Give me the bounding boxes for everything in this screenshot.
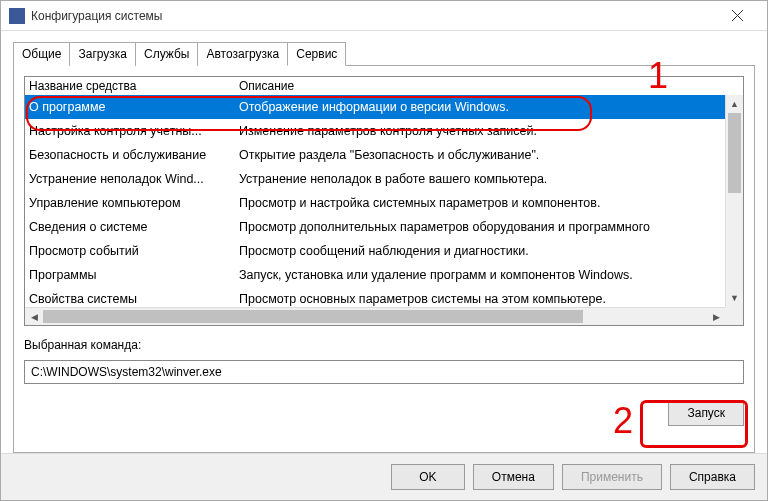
list-row[interactable]: Безопасность и обслуживаниеОткрытие разд…	[25, 143, 725, 167]
tab-tools[interactable]: Сервис	[287, 42, 346, 66]
cell-desc: Устранение неполадок в работе вашего ком…	[239, 169, 721, 189]
tools-listbox: Название средства Описание О программеОт…	[24, 76, 744, 326]
window-title: Конфигурация системы	[31, 9, 715, 23]
list-row[interactable]: Свойства системыПросмотр основных параме…	[25, 287, 725, 307]
scroll-track[interactable]	[726, 113, 743, 289]
cell-name: Безопасность и обслуживание	[29, 145, 239, 165]
launch-row: Запуск	[24, 400, 744, 426]
command-field[interactable]: C:\WINDOWS\system32\winver.exe	[24, 360, 744, 384]
hscroll-right-button[interactable]: ▶	[707, 308, 725, 325]
cell-desc: Просмотр сообщений наблюдения и диагност…	[239, 241, 721, 261]
cell-desc: Открытие раздела "Безопасность и обслужи…	[239, 145, 721, 165]
scroll-up-button[interactable]: ▲	[726, 95, 743, 113]
command-label: Выбранная команда:	[24, 338, 744, 352]
close-button[interactable]	[715, 2, 759, 30]
msconfig-window: Конфигурация системы Общие Загрузка Служ…	[0, 0, 768, 501]
cell-name: Настройка контроля учетны...	[29, 121, 239, 141]
cancel-button[interactable]: Отмена	[473, 464, 554, 490]
list-headers: Название средства Описание	[25, 77, 743, 95]
launch-button[interactable]: Запуск	[668, 400, 744, 426]
horizontal-scrollbar[interactable]: ◀ ▶	[25, 307, 725, 325]
cell-desc: Просмотр дополнительных параметров обору…	[239, 217, 721, 237]
list-row[interactable]: Устранение неполадок Wind...Устранение н…	[25, 167, 725, 191]
scroll-thumb[interactable]	[728, 113, 741, 193]
vertical-scrollbar[interactable]: ▲ ▼	[725, 95, 743, 307]
tab-boot[interactable]: Загрузка	[69, 42, 136, 66]
cell-name: Устранение неполадок Wind...	[29, 169, 239, 189]
cell-desc: Отображение информации о версии Windows.	[239, 97, 721, 117]
list-row[interactable]: Настройка контроля учетны...Изменение па…	[25, 119, 725, 143]
list-row[interactable]: О программеОтображение информации о верс…	[25, 95, 725, 119]
cell-name: Сведения о системе	[29, 217, 239, 237]
tools-panel: Название средства Описание О программеОт…	[13, 66, 755, 453]
scroll-down-button[interactable]: ▼	[726, 289, 743, 307]
cell-name: Просмотр событий	[29, 241, 239, 261]
hscroll-track[interactable]	[43, 308, 707, 325]
dialog-buttons: OK Отмена Применить Справка	[1, 453, 767, 500]
header-name[interactable]: Название средства	[29, 79, 239, 93]
tab-general[interactable]: Общие	[13, 42, 70, 66]
ok-button[interactable]: OK	[391, 464, 465, 490]
hscroll-left-button[interactable]: ◀	[25, 308, 43, 325]
app-icon	[9, 8, 25, 24]
list-body: О программеОтображение информации о верс…	[25, 95, 743, 325]
tab-startup[interactable]: Автозагрузка	[197, 42, 288, 66]
cell-name: О программе	[29, 97, 239, 117]
close-icon	[732, 10, 743, 21]
content-area: Общие Загрузка Службы Автозагрузка Серви…	[1, 31, 767, 453]
cell-desc: Запуск, установка или удаление программ …	[239, 265, 721, 285]
list-row[interactable]: Просмотр событийПросмотр сообщений наблю…	[25, 239, 725, 263]
header-desc[interactable]: Описание	[239, 79, 739, 93]
tab-strip: Общие Загрузка Службы Автозагрузка Серви…	[13, 41, 755, 66]
list-row[interactable]: ПрограммыЗапуск, установка или удаление …	[25, 263, 725, 287]
titlebar: Конфигурация системы	[1, 1, 767, 31]
cell-name: Свойства системы	[29, 289, 239, 307]
cell-desc: Просмотр и настройка системных параметро…	[239, 193, 721, 213]
cell-desc: Изменение параметров контроля учетных за…	[239, 121, 721, 141]
help-button[interactable]: Справка	[670, 464, 755, 490]
hscroll-thumb[interactable]	[43, 310, 583, 323]
list-row[interactable]: Сведения о системеПросмотр дополнительны…	[25, 215, 725, 239]
cell-desc: Просмотр основных параметров системы на …	[239, 289, 721, 307]
cell-name: Программы	[29, 265, 239, 285]
list-rows: О программеОтображение информации о верс…	[25, 95, 725, 307]
list-row[interactable]: Управление компьютеромПросмотр и настрой…	[25, 191, 725, 215]
tab-services[interactable]: Службы	[135, 42, 198, 66]
scroll-corner	[725, 307, 743, 325]
apply-button[interactable]: Применить	[562, 464, 662, 490]
cell-name: Управление компьютером	[29, 193, 239, 213]
